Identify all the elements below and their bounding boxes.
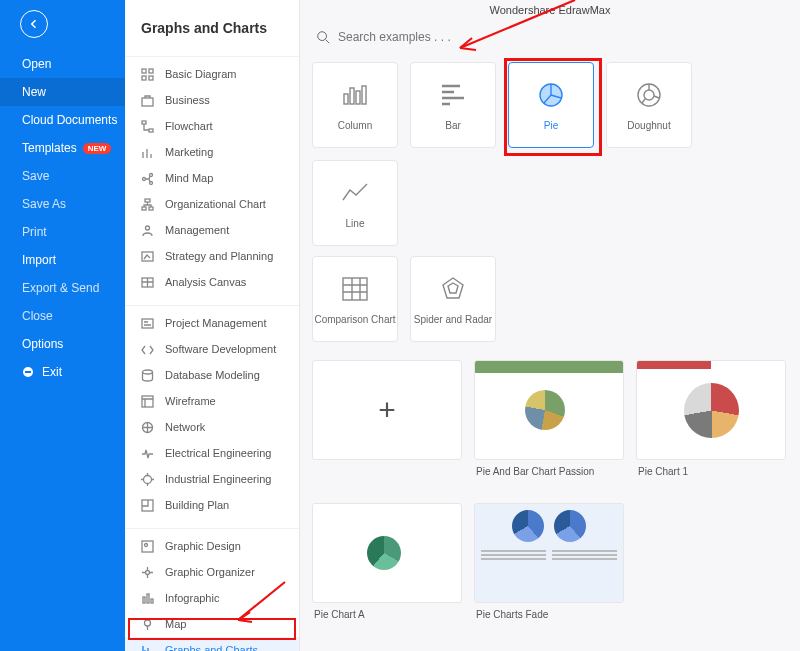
svg-point-30 [144,620,150,626]
category-item-infographic[interactable]: Infographic [125,585,299,611]
template-label: Pie And Bar Chart Passion [474,460,624,491]
category-item-strategy-and-planning[interactable]: Strategy and Planning [125,243,299,269]
category-item-mind-map[interactable]: Mind Map [125,165,299,191]
bar-icon [438,80,468,110]
category-item-electrical-engineering[interactable]: Electrical Engineering [125,440,299,466]
template-thumbnail[interactable] [474,360,624,460]
category-item-basic-diagram[interactable]: Basic Diagram [125,61,299,87]
template-thumbnail[interactable] [312,503,462,603]
svg-rect-39 [343,278,367,300]
svg-rect-29 [151,599,153,603]
category-item-organizational-chart[interactable]: Organizational Chart [125,191,299,217]
template-thumbnail[interactable]: + [312,360,462,460]
category-item-marketing[interactable]: Marketing [125,139,299,165]
sidebar-item-new[interactable]: New [0,78,125,106]
category-item-map[interactable]: Map [125,611,299,637]
category-item-building-plan[interactable]: Building Plan [125,492,299,518]
category-item-industrial-engineering[interactable]: Industrial Engineering [125,466,299,492]
category-item-software-development[interactable]: Software Development [125,336,299,362]
svg-rect-14 [149,207,153,210]
template-pie-chart-a: Pie Chart A [312,503,462,634]
sidebar-item-templates[interactable]: TemplatesNEW [0,134,125,162]
template-thumbnail[interactable] [636,360,786,460]
svg-point-15 [145,226,149,230]
template-thumbnail[interactable] [474,503,624,603]
svg-rect-18 [142,319,153,328]
chart-tile-comparison-chart[interactable]: Comparison Chart [312,256,398,342]
back-button[interactable] [20,10,48,38]
category-item-database-modeling[interactable]: Database Modeling [125,362,299,388]
column-icon [340,80,370,110]
line-icon [340,178,370,208]
template-pie-chart-1: Pie Chart 1 [636,360,786,491]
chart-tile-line[interactable]: Line [312,160,398,246]
org-icon [139,196,155,212]
sidebar-item-options[interactable]: Options [0,330,125,358]
search-bar[interactable] [316,30,784,44]
briefcase-icon [139,92,155,108]
svg-rect-1 [25,371,31,373]
category-item-analysis-canvas[interactable]: Analysis Canvas [125,269,299,295]
category-item-flowchart[interactable]: Flowchart [125,113,299,139]
brand-label: Wondershare EdrawMax [300,0,800,16]
category-item-network[interactable]: Network [125,414,299,440]
svg-rect-16 [142,252,153,261]
sidebar-item-cloud-documents[interactable]: Cloud Documents [0,106,125,134]
search-input[interactable] [338,30,784,44]
go-icon [139,564,155,580]
exit-icon [22,366,34,378]
chart-tile-bar[interactable]: Bar [410,62,496,148]
category-item-graphic-organizer[interactable]: Graphic Organizer [125,559,299,585]
svg-rect-4 [142,76,146,80]
svg-rect-34 [356,91,360,104]
sidebar-item-save-as[interactable]: Save As [0,190,125,218]
svg-rect-5 [149,76,153,80]
svg-rect-3 [149,69,153,73]
category-item-management[interactable]: Management [125,217,299,243]
bars-icon [139,144,155,160]
chart-tile-doughnut[interactable]: Doughnut [606,62,692,148]
category-item-wireframe[interactable]: Wireframe [125,388,299,414]
sidebar-item-print[interactable]: Print [0,218,125,246]
sidebar-item-open[interactable]: Open [0,50,125,78]
chart-tile-column[interactable]: Column [312,62,398,148]
radar-icon [438,274,468,304]
comp-icon [340,274,370,304]
ee-icon [139,445,155,461]
main-area: Wondershare EdrawMax ColumnBarPieDoughnu… [300,0,800,651]
svg-rect-32 [344,94,348,104]
svg-rect-2 [142,69,146,73]
chart-type-row-2: Comparison ChartSpider and Radar [300,246,800,342]
canvas-icon [139,274,155,290]
ie-icon [139,471,155,487]
sidebar-item-close[interactable]: Close [0,302,125,330]
sidebar-item-export-send[interactable]: Export & Send [0,274,125,302]
mgmt-icon [139,222,155,238]
template-label: Pie Chart 1 [636,460,786,491]
category-item-business[interactable]: Business [125,87,299,113]
chart-tile-spider-and-radar[interactable]: Spider and Radar [410,256,496,342]
chart-icon [139,642,155,651]
db-icon [139,367,155,383]
svg-point-22 [143,475,151,483]
svg-rect-12 [145,199,150,202]
category-item-project-management[interactable]: Project Management [125,310,299,336]
template-pie-charts-fade: Pie Charts Fade [474,503,624,634]
svg-rect-20 [142,396,153,407]
sidebar-item-import[interactable]: Import [0,246,125,274]
chart-tile-pie[interactable]: Pie [508,62,594,148]
svg-point-19 [142,370,152,374]
svg-rect-6 [142,98,153,106]
sidebar-item-save[interactable]: Save [0,162,125,190]
sidebar-item-exit[interactable]: Exit [0,358,125,386]
arrow-left-icon [28,18,40,30]
sw-icon [139,341,155,357]
svg-marker-40 [443,278,463,298]
category-item-graphs-and-charts[interactable]: Graphs and Charts [125,637,299,651]
svg-rect-27 [143,597,145,603]
map-icon [139,616,155,632]
category-item-graphic-design[interactable]: Graphic Design [125,533,299,559]
bp-icon [139,497,155,513]
template-label: Pie Chart A [312,603,462,634]
flow-icon [139,118,155,134]
